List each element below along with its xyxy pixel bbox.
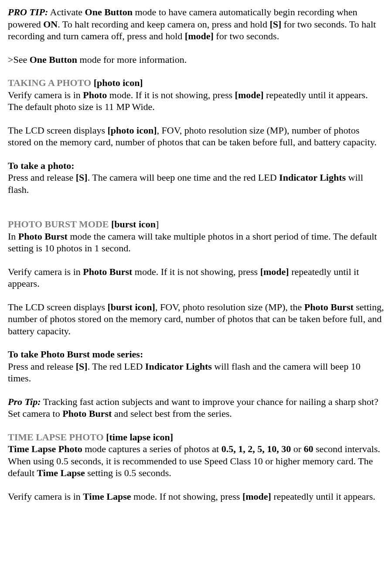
burst-p1: In Photo Burst mode the camera will take… [8, 230, 384, 254]
photo-icon: [photo icon] [108, 125, 157, 136]
burst-p4: Press and release [S]. The red LED Indic… [8, 360, 384, 384]
burst-p3: The LCD screen displays [burst icon], FO… [8, 301, 384, 337]
pro-tip-1: PRO TIP: Activate One Button mode to hav… [8, 6, 384, 42]
burst-icon: [burst icon] [108, 302, 155, 312]
photo-icon: [photo icon] [94, 77, 143, 88]
photo-p1: Verify camera is in Photo mode. If it is… [8, 89, 384, 113]
timelapse-p1: Time Lapse Photo mode captures a series … [8, 443, 384, 479]
photo-p2: The LCD screen displays [photo icon], FO… [8, 124, 384, 148]
photo-p3: Press and release [S]. The camera will b… [8, 172, 384, 196]
taking-a-photo-heading: TAKING A PHOTO [photo icon] [8, 77, 384, 89]
to-take-burst-heading: To take Photo Burst mode series: [8, 348, 384, 360]
burst-pro-tip: Pro Tip: Tracking fast action subjects a… [8, 396, 384, 420]
photo-burst-heading: PHOTO BURST MODE [burst icon] [8, 218, 384, 230]
burst-p2: Verify camera is in Photo Burst mode. If… [8, 266, 384, 290]
time-lapse-icon: [time lapse icon] [106, 432, 173, 443]
pro-tip-label: Pro Tip: [8, 396, 41, 407]
timelapse-p2: Verify camera is in Time Lapse mode. If … [8, 491, 384, 503]
pro-tip-label: PRO TIP: [8, 7, 48, 17]
burst-icon: [burst icon [111, 219, 156, 230]
time-lapse-heading: TIME LAPSE PHOTO [time lapse icon] [8, 431, 384, 443]
to-take-photo-heading: To take a photo: [8, 160, 384, 172]
see-one-button: >See One Button mode for more informatio… [8, 54, 384, 66]
